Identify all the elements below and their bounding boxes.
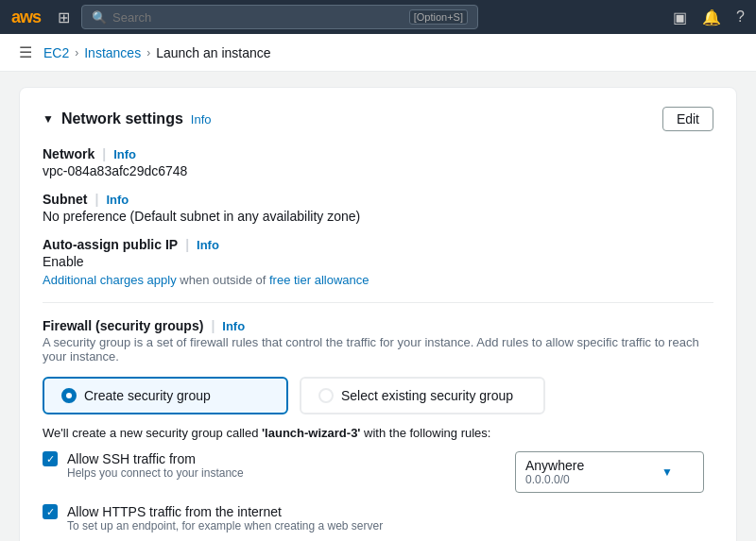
divider: [43, 302, 713, 303]
nav-icons: ▣ 🔔 ?: [673, 8, 745, 26]
subnet-field: Subnet | Info No preference (Default sub…: [43, 192, 713, 224]
grid-icon[interactable]: ⊞: [58, 8, 70, 26]
auto-assign-ip-field: Auto-assign public IP | Info Enable Addi…: [43, 237, 713, 287]
select-sg-radio: [318, 388, 334, 403]
ssh-rule-row: ✓ Allow SSH traffic from Helps you conne…: [43, 451, 713, 493]
menu-icon[interactable]: ☰: [19, 43, 32, 61]
ssh-source-dropdown[interactable]: Anywhere 0.0.0.0/0 ▼: [515, 451, 704, 493]
https-rule-row: ✓ Allow HTTPS traffic from the internet …: [43, 504, 713, 533]
https-label-group: Allow HTTPS traffic from the internet To…: [67, 504, 383, 533]
main-content: ▼ Network settings Info Edit Network | I…: [0, 72, 756, 541]
breadcrumb-sep-1: ›: [75, 46, 78, 59]
section-info-link[interactable]: Info: [191, 112, 212, 127]
subnet-label: Subnet | Info: [43, 192, 713, 207]
edit-button[interactable]: Edit: [662, 107, 713, 131]
sg-options: Create security group Select existing se…: [43, 377, 713, 414]
firewall-description: A security group is a set of firewall ru…: [43, 335, 713, 363]
bell-icon[interactable]: 🔔: [702, 8, 721, 26]
auto-assign-ip-label: Auto-assign public IP | Info: [43, 237, 713, 252]
auto-assign-info-link[interactable]: Info: [197, 238, 219, 252]
subnet-value: No preference (Default subnet in any ava…: [43, 209, 713, 224]
firewall-info-link[interactable]: Info: [222, 319, 245, 333]
collapse-icon[interactable]: ▼: [43, 112, 54, 126]
dropdown-arrow-icon: ▼: [662, 465, 673, 479]
aws-logo: aws: [11, 8, 41, 27]
search-bar[interactable]: 🔍 [Option+S]: [81, 5, 478, 29]
https-sublabel: To set up an endpoint, for example when …: [67, 519, 383, 533]
breadcrumb: ☰ EC2 › Instances › Launch an instance: [0, 34, 756, 72]
subnet-info-link[interactable]: Info: [106, 193, 129, 207]
section-title: Network settings: [61, 110, 183, 127]
create-sg-label: Create security group: [84, 388, 211, 403]
network-field: Network | Info vpc-084a83afc29dc6748: [43, 146, 713, 178]
search-shortcut: [Option+S]: [409, 9, 468, 25]
https-rule-left: ✓ Allow HTTPS traffic from the internet …: [43, 504, 713, 533]
breadcrumb-sep-2: ›: [146, 46, 150, 59]
ssh-sublabel: Helps you connect to your instance: [67, 466, 244, 480]
terminal-icon[interactable]: ▣: [673, 8, 687, 26]
section-title-row: ▼ Network settings Info: [43, 110, 212, 127]
firewall-field: Firewall (security groups) | Info A secu…: [43, 318, 713, 363]
section-header: ▼ Network settings Info Edit: [43, 107, 713, 131]
network-settings-card: ▼ Network settings Info Edit Network | I…: [19, 87, 737, 541]
top-navigation: aws ⊞ 🔍 [Option+S] ▣ 🔔 ?: [0, 0, 756, 34]
ssh-dropdown-value: Anywhere: [525, 458, 584, 473]
network-label: Network | Info: [43, 146, 713, 161]
create-sg-radio: [61, 388, 77, 403]
free-tier-link[interactable]: free tier allowance: [269, 273, 369, 287]
breadcrumb-current: Launch an instance: [156, 45, 270, 60]
network-value: vpc-084a83afc29dc6748: [43, 163, 713, 178]
select-existing-sg-option[interactable]: Select existing security group: [300, 377, 545, 414]
ssh-checkbox[interactable]: ✓: [43, 451, 58, 466]
ssh-dropdown-sub: 0.0.0.0/0: [525, 473, 584, 486]
sg-name: 'launch-wizard-3': [262, 426, 360, 440]
https-checkbox-area: ✓ Allow HTTPS traffic from the internet …: [43, 504, 713, 533]
auto-assign-ip-value: Enable: [43, 254, 713, 269]
ssh-label-group: Allow SSH traffic from Helps you connect…: [67, 451, 244, 480]
breadcrumb-instances[interactable]: Instances: [84, 45, 141, 60]
select-sg-label: Select existing security group: [341, 388, 513, 403]
create-sg-option[interactable]: Create security group: [43, 377, 288, 414]
breadcrumb-ec2[interactable]: EC2: [43, 45, 69, 60]
ssh-checkbox-area: ✓ Allow SSH traffic from Helps you conne…: [43, 451, 504, 480]
ssh-rule-dropdown: Anywhere 0.0.0.0/0 ▼: [515, 451, 713, 493]
firewall-label: Firewall (security groups) | Info: [43, 318, 713, 333]
https-label: Allow HTTPS traffic from the internet: [67, 504, 383, 519]
search-input[interactable]: [112, 10, 404, 25]
additional-charges-link[interactable]: Additional charges apply: [43, 273, 177, 287]
ssh-rule-left: ✓ Allow SSH traffic from Helps you conne…: [43, 451, 504, 480]
ssh-dropdown-content: Anywhere 0.0.0.0/0: [525, 458, 584, 486]
network-info-link[interactable]: Info: [113, 147, 136, 161]
help-icon[interactable]: ?: [736, 8, 745, 25]
sg-new-description: We'll create a new security group called…: [43, 426, 713, 440]
https-checkbox[interactable]: ✓: [43, 504, 58, 519]
search-icon: 🔍: [92, 10, 107, 25]
ssh-label: Allow SSH traffic from: [67, 451, 244, 466]
additional-charges: Additional charges apply when outside of…: [43, 273, 713, 287]
